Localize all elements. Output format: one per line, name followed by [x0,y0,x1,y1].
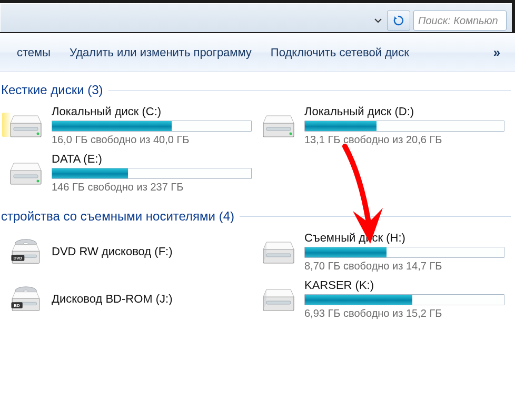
svg-rect-2 [266,127,291,131]
content-pane: Кесткие диски (3) Локальный диск (C:) 16… [0,72,515,420]
command-bar: стемы Удалить или изменить программу Под… [0,33,515,72]
address-toolbar: Поиск: Компьюп [0,3,512,32]
drive-name: Локальный диск (C:) [52,105,256,118]
drive-item-c[interactable]: Локальный диск (C:) 16,0 ГБ свободно из … [5,102,258,149]
refresh-icon [392,14,405,27]
drive-capacity-bar [304,247,504,258]
refresh-button[interactable] [387,11,410,31]
svg-rect-0 [14,127,38,131]
hdd-icon [7,156,44,189]
group-divider [108,90,511,91]
svg-text:BD: BD [14,303,20,308]
drive-grid-hard-disks: Локальный диск (C:) 16,0 ГБ свободно из … [0,102,515,196]
removable-drive-icon [260,282,297,316]
drive-capacity-fill [305,247,387,257]
drive-free-text: 146 ГБ свободно из 237 ГБ [52,181,256,193]
cmd-item-uninstall-program[interactable]: Удалить или изменить программу [60,42,261,64]
group-title: стройства со съемными носителями (4) [1,209,234,224]
drive-item-j[interactable]: BD Дисковод BD-ROM (J:) [5,275,258,323]
drive-item-k[interactable]: KARSER (K:) 6,93 ГБ свободно из 15,2 ГБ [258,275,511,323]
search-input[interactable]: Поиск: Компьюп [413,11,507,31]
svg-point-3 [290,133,292,135]
group-header-hard-disks[interactable]: Кесткие диски (3) [0,83,515,97]
svg-text:DVD: DVD [13,256,22,261]
drive-free-text: 13,1 ГБ свободно из 20,6 ГБ [304,134,509,146]
drive-name: DATA (E:) [52,152,256,166]
drive-item-f[interactable]: DVD DVD RW дисковод (F:) [5,228,258,275]
hdd-icon [7,108,44,142]
search-placeholder-text: Поиск: Компьюп [418,15,498,27]
hdd-icon [260,108,297,142]
svg-point-5 [37,180,39,183]
svg-point-1 [37,133,39,135]
svg-rect-4 [14,175,38,178]
cmd-item-system-properties[interactable]: стемы [7,42,60,64]
drive-capacity-bar [304,121,504,132]
drive-free-text: 8,70 ГБ свободно из 14,7 ГБ [304,260,509,272]
drive-item-h[interactable]: Съемный диск (H:) 8,70 ГБ свободно из 14… [258,228,511,275]
group-divider [240,216,511,217]
group-title: Кесткие диски (3) [1,83,103,97]
drive-capacity-fill [305,121,377,131]
drive-free-text: 16,0 ГБ свободно из 40,0 ГБ [52,134,256,146]
cmd-overflow-button[interactable]: » [486,41,508,64]
removable-drive-icon [260,235,297,268]
drive-capacity-fill [52,121,172,131]
drive-name: Дисковод BD-ROM (J:) [52,292,256,306]
drive-item-d[interactable]: Локальный диск (D:) 13,1 ГБ свободно из … [258,102,511,149]
svg-rect-11 [266,254,291,257]
svg-rect-17 [266,301,291,304]
drive-capacity-bar [52,168,252,179]
drive-name: Локальный диск (D:) [304,105,509,118]
drive-name: KARSER (K:) [304,278,509,292]
svg-point-13 [24,290,28,292]
drive-capacity-bar [304,294,504,305]
group-header-removable[interactable]: стройства со съемными носителями (4) [0,209,515,224]
drive-free-text: 6,93 ГБ свободно из 15,2 ГБ [304,307,509,319]
drive-grid-removable: DVD DVD RW дисковод (F:) Съемный диск (H… [0,228,515,323]
drive-item-e[interactable]: DATA (E:) 146 ГБ свободно из 237 ГБ [5,149,258,196]
drive-capacity-fill [305,295,412,305]
drive-capacity-fill [52,168,128,178]
drive-capacity-bar [52,121,252,132]
svg-point-7 [24,243,28,245]
drive-name: Съемный диск (H:) [304,231,509,245]
drive-name: DVD RW дисковод (F:) [52,245,256,258]
cmd-item-map-network-drive[interactable]: Подключить сетевой диск [261,42,419,64]
bd-drive-icon: BD [7,282,44,316]
dvd-drive-icon: DVD [7,235,44,268]
address-history-dropdown[interactable] [372,13,384,28]
